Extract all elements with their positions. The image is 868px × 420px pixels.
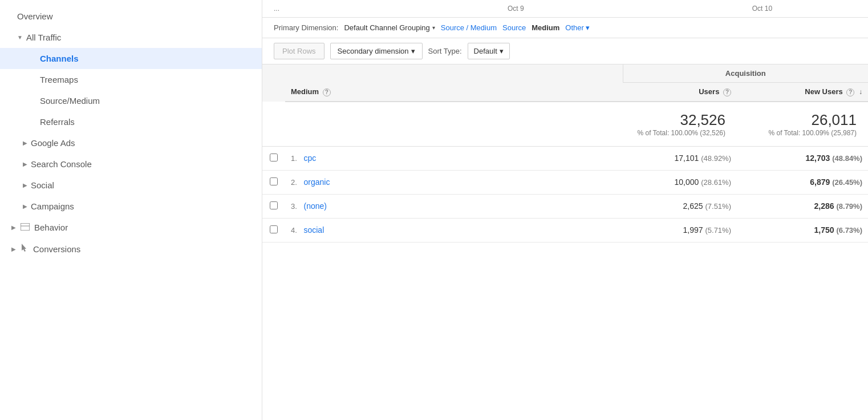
chevron-right-icon6: ▶ bbox=[11, 246, 16, 252]
sidebar-item-conversions[interactable]: ▶ Conversions bbox=[0, 238, 262, 260]
social-label: Social bbox=[31, 180, 54, 190]
row-new-users-pct-3: (6.73%) bbox=[836, 226, 862, 235]
new-users-help-icon[interactable]: ? bbox=[846, 88, 854, 96]
sort-type-label: Sort Type: bbox=[428, 47, 462, 55]
referrals-label: Referrals bbox=[40, 117, 75, 127]
row-new-users-cell-2: 2,286 (8.79%) bbox=[737, 194, 868, 218]
google-ads-label: Google Ads bbox=[31, 138, 75, 148]
new-users-col-header: New Users ? ↓ bbox=[737, 83, 868, 102]
row-new-users-pct-0: (48.84%) bbox=[832, 154, 862, 163]
sidebar-item-google-ads[interactable]: ▶ Google Ads bbox=[0, 132, 262, 154]
row-new-users-pct-1: (26.45%) bbox=[832, 178, 862, 187]
row-users-pct-3: (5.71%) bbox=[705, 226, 731, 235]
row-new-users-pct-2: (8.79%) bbox=[836, 202, 862, 211]
table-container: Medium ? Acquisition Users ? New Users bbox=[262, 64, 868, 420]
row-medium-cell-3: 4. social bbox=[285, 218, 623, 242]
row-checkbox-2[interactable] bbox=[270, 201, 278, 209]
row-users-cell-3: 1,997 (5.71%) bbox=[623, 218, 737, 242]
row-medium-link-0[interactable]: cpc bbox=[303, 154, 316, 163]
conversions-icon bbox=[21, 244, 29, 255]
timeline-date1: Oct 9 bbox=[508, 5, 524, 13]
total-new-users-sub: % of Total: 100.09% (25,987) bbox=[743, 129, 857, 137]
other-text: Other bbox=[565, 23, 584, 32]
primary-dimension-label: Primary Dimension: bbox=[274, 23, 338, 32]
table-row: 1. cpc 17,101 (48.92%) 12,703 (48.84%) bbox=[262, 146, 868, 170]
row-checkbox-cell-3[interactable] bbox=[262, 218, 285, 242]
sort-arrow-down-icon: ↓ bbox=[859, 88, 862, 96]
row-users-cell-2: 2,625 (7.51%) bbox=[623, 194, 737, 218]
sidebar-item-referrals[interactable]: Referrals bbox=[0, 111, 262, 132]
row-medium-link-2[interactable]: (none) bbox=[303, 201, 326, 211]
sidebar-item-campaigns[interactable]: ▶ Campaigns bbox=[0, 196, 262, 217]
total-row: 32,526 % of Total: 100.00% (32,526) 26,0… bbox=[262, 102, 868, 147]
medium-active: Medium bbox=[532, 23, 559, 32]
row-users-cell-0: 17,101 (48.92%) bbox=[623, 146, 737, 170]
row-medium-link-1[interactable]: organic bbox=[303, 177, 330, 187]
sidebar-item-all-traffic[interactable]: ▼ All Traffic bbox=[0, 27, 262, 48]
row-checkbox-1[interactable] bbox=[270, 177, 278, 185]
behavior-label: Behavior bbox=[34, 223, 68, 232]
secondary-dimension-button[interactable]: Secondary dimension ▾ bbox=[330, 43, 423, 59]
users-header-text: Users bbox=[699, 87, 719, 96]
campaigns-label: Campaigns bbox=[31, 201, 74, 211]
sidebar-item-behavior[interactable]: ▶ Behavior bbox=[0, 217, 262, 238]
total-users-cell: 32,526 % of Total: 100.00% (32,526) bbox=[623, 102, 737, 147]
acquisition-header: Acquisition bbox=[623, 64, 868, 83]
row-new-users-cell-0: 12,703 (48.84%) bbox=[737, 146, 868, 170]
chevron-right-icon3: ▶ bbox=[23, 182, 27, 188]
table-row: 4. social 1,997 (5.71%) 1,750 (6.73%) bbox=[262, 218, 868, 242]
chevron-right-icon4: ▶ bbox=[23, 203, 27, 209]
sidebar-item-social[interactable]: ▶ Social bbox=[0, 175, 262, 196]
source-link[interactable]: Source bbox=[502, 23, 526, 32]
svg-rect-0 bbox=[21, 223, 30, 231]
medium-col-header: Medium ? bbox=[285, 64, 623, 102]
default-channel-grouping-text: Default Channel Grouping bbox=[344, 23, 429, 32]
table-row: 3. (none) 2,625 (7.51%) 2,286 (8.79%) bbox=[262, 194, 868, 218]
users-help-icon[interactable]: ? bbox=[723, 88, 731, 96]
sidebar: Overview ▼ All Traffic Channels Treemaps… bbox=[0, 0, 262, 420]
other-arrow-icon: ▾ bbox=[586, 23, 590, 32]
row-checkbox-0[interactable] bbox=[270, 154, 278, 161]
sidebar-item-channels[interactable]: Channels bbox=[0, 48, 262, 69]
dimension-bar: Primary Dimension: Default Channel Group… bbox=[262, 18, 868, 38]
total-new-users-number: 26,011 bbox=[743, 111, 857, 129]
row-checkbox-cell-0[interactable] bbox=[262, 146, 285, 170]
row-new-users-cell-1: 6,879 (26.45%) bbox=[737, 170, 868, 194]
source-medium-label: Source/Medium bbox=[40, 96, 100, 106]
timeline-date2: Oct 10 bbox=[752, 5, 772, 13]
row-users-cell-1: 10,000 (28.61%) bbox=[623, 170, 737, 194]
row-new-users-cell-3: 1,750 (6.73%) bbox=[737, 218, 868, 242]
treemaps-label: Treemaps bbox=[40, 75, 78, 84]
behavior-icon bbox=[21, 223, 30, 232]
total-users-number: 32,526 bbox=[628, 111, 725, 129]
new-users-header-text: New Users bbox=[805, 87, 842, 96]
row-checkbox-cell-2[interactable] bbox=[262, 194, 285, 218]
sort-arrow-icon: ▾ bbox=[500, 47, 504, 55]
row-medium-cell-2: 3. (none) bbox=[285, 194, 623, 218]
chevron-right-icon5: ▶ bbox=[11, 224, 16, 231]
toolbar: Plot Rows Secondary dimension ▾ Sort Typ… bbox=[262, 38, 868, 64]
chevron-down-icon: ▼ bbox=[17, 34, 23, 41]
row-users-pct-1: (28.61%) bbox=[701, 178, 731, 187]
sidebar-item-treemaps[interactable]: Treemaps bbox=[0, 69, 262, 90]
row-checkbox-cell-1[interactable] bbox=[262, 170, 285, 194]
overview-label: Overview bbox=[17, 11, 53, 21]
default-channel-grouping-dropdown[interactable]: Default Channel Grouping ▾ bbox=[344, 23, 435, 32]
row-num-2: 3. bbox=[291, 202, 297, 211]
other-dropdown[interactable]: Other ▾ bbox=[565, 23, 590, 32]
source-medium-link[interactable]: Source / Medium bbox=[441, 23, 497, 32]
users-col-header: Users ? bbox=[623, 83, 737, 102]
sidebar-item-overview[interactable]: Overview bbox=[0, 6, 262, 27]
total-check-cell bbox=[262, 102, 285, 147]
secondary-dim-arrow-icon: ▾ bbox=[411, 47, 415, 55]
medium-help-icon[interactable]: ? bbox=[323, 88, 331, 96]
header-checkbox-col bbox=[262, 64, 285, 83]
row-medium-link-3[interactable]: social bbox=[303, 225, 324, 235]
sidebar-item-search-console[interactable]: ▶ Search Console bbox=[0, 154, 262, 175]
sort-type-button[interactable]: Default ▾ bbox=[468, 43, 510, 59]
sidebar-item-source-medium[interactable]: Source/Medium bbox=[0, 90, 262, 111]
data-table: Medium ? Acquisition Users ? New Users bbox=[262, 64, 868, 243]
row-num-0: 1. bbox=[291, 154, 297, 163]
plot-rows-button[interactable]: Plot Rows bbox=[274, 43, 325, 59]
row-checkbox-3[interactable] bbox=[270, 225, 278, 233]
